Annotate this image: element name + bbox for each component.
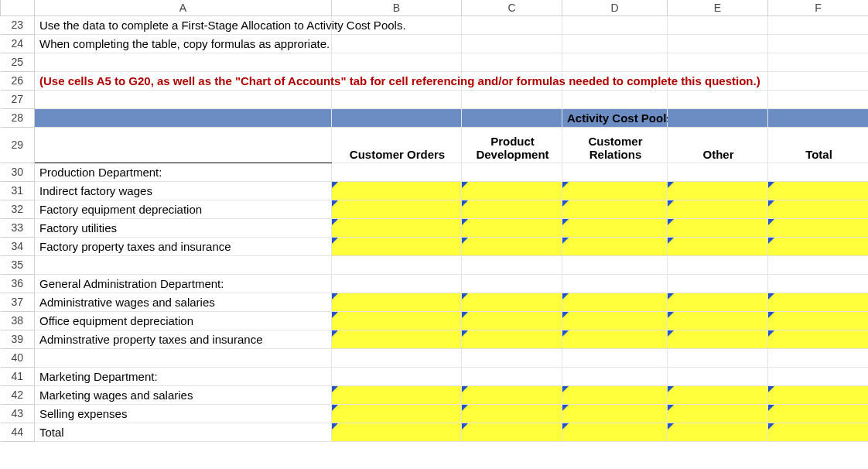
cell-C23[interactable] (462, 15, 562, 34)
cell-F35[interactable] (768, 255, 869, 274)
cell-F33[interactable] (768, 218, 869, 237)
cell-B40[interactable] (332, 348, 462, 367)
row-header-35[interactable]: 35 (1, 255, 35, 274)
cell-D31[interactable] (562, 181, 668, 200)
cell-B41[interactable] (332, 367, 462, 385)
cell-B38[interactable] (332, 311, 462, 330)
cell-C36[interactable] (462, 274, 562, 293)
cell-D36[interactable] (562, 274, 668, 293)
cell-F24[interactable] (768, 34, 869, 53)
cell-A35[interactable] (35, 255, 332, 274)
cell-B25[interactable] (332, 53, 462, 71)
row-header-30[interactable]: 30 (1, 163, 35, 181)
cell-C24[interactable] (462, 34, 562, 53)
cell-F37[interactable] (768, 293, 869, 311)
cell-C38[interactable] (462, 311, 562, 330)
row-header-31[interactable]: 31 (1, 181, 35, 200)
cell-E29[interactable]: Other (668, 127, 768, 163)
cell-D39[interactable] (562, 330, 668, 348)
cell-C29[interactable]: Product Development (462, 127, 562, 163)
cell-F36[interactable] (768, 274, 869, 293)
cell-C26[interactable] (462, 71, 562, 90)
row-header-34[interactable]: 34 (1, 237, 35, 255)
cell-C41[interactable] (462, 367, 562, 385)
cell-A26[interactable]: (Use cells A5 to G20, as well as the "Ch… (35, 71, 332, 90)
col-header-A[interactable]: A (35, 0, 332, 15)
cell-F23[interactable] (768, 15, 869, 34)
cell-F40[interactable] (768, 348, 869, 367)
cell-D33[interactable] (562, 218, 668, 237)
cell-B24[interactable] (332, 34, 462, 53)
cell-B34[interactable] (332, 237, 462, 255)
cell-D25[interactable] (562, 53, 668, 71)
cell-F34[interactable] (768, 237, 869, 255)
cell-B36[interactable] (332, 274, 462, 293)
cell-F27[interactable] (768, 90, 869, 108)
cell-B32[interactable] (332, 200, 462, 218)
cell-C31[interactable] (462, 181, 562, 200)
cell-D26[interactable] (562, 71, 668, 90)
cell-A32[interactable]: Factory equipment depreciation (35, 200, 332, 218)
cell-F44[interactable] (768, 423, 869, 441)
cell-D32[interactable] (562, 200, 668, 218)
cell-B27[interactable] (332, 90, 462, 108)
row-header-32[interactable]: 32 (1, 200, 35, 218)
select-all-corner[interactable] (1, 0, 35, 15)
cell-E43[interactable] (668, 404, 768, 423)
row-header-33[interactable]: 33 (1, 218, 35, 237)
cell-D27[interactable] (562, 90, 668, 108)
col-header-B[interactable]: B (332, 0, 462, 15)
cell-A41[interactable]: Marketing Department: (35, 367, 332, 385)
cell-E42[interactable] (668, 385, 768, 404)
cell-C44[interactable] (462, 423, 562, 441)
cell-B37[interactable] (332, 293, 462, 311)
cell-B31[interactable] (332, 181, 462, 200)
row-header-41[interactable]: 41 (1, 367, 35, 385)
col-header-F[interactable]: F (768, 0, 869, 15)
cell-B30[interactable] (332, 163, 462, 181)
cell-A36[interactable]: General Administration Department: (35, 274, 332, 293)
cell-D34[interactable] (562, 237, 668, 255)
row-header-27[interactable]: 27 (1, 90, 35, 108)
cell-B42[interactable] (332, 385, 462, 404)
cell-E32[interactable] (668, 200, 768, 218)
cell-D37[interactable] (562, 293, 668, 311)
cell-E41[interactable] (668, 367, 768, 385)
cell-D40[interactable] (562, 348, 668, 367)
cell-C33[interactable] (462, 218, 562, 237)
cell-F26[interactable] (768, 71, 869, 90)
row-header-29[interactable]: 29 (1, 127, 35, 163)
cell-A29[interactable] (35, 127, 332, 163)
cell-D38[interactable] (562, 311, 668, 330)
row-header-36[interactable]: 36 (1, 274, 35, 293)
cell-D44[interactable] (562, 423, 668, 441)
cell-C43[interactable] (462, 404, 562, 423)
spreadsheet-grid[interactable]: A B C D E F G 23 Use the data to complet… (0, 0, 868, 442)
cell-A34[interactable]: Factory property taxes and insurance (35, 237, 332, 255)
cell-E23[interactable] (668, 15, 768, 34)
cell-C35[interactable] (462, 255, 562, 274)
cell-D23[interactable] (562, 15, 668, 34)
cell-A39[interactable]: Adminstrative property taxes and insuran… (35, 330, 332, 348)
cell-A37[interactable]: Administrative wages and salaries (35, 293, 332, 311)
cell-C28[interactable] (462, 108, 562, 127)
cell-B33[interactable] (332, 218, 462, 237)
row-header-37[interactable]: 37 (1, 293, 35, 311)
cell-C25[interactable] (462, 53, 562, 71)
cell-A44[interactable]: Total (35, 423, 332, 441)
cell-F39[interactable] (768, 330, 869, 348)
cell-B23[interactable] (332, 15, 462, 34)
cell-B29[interactable]: Customer Orders (332, 127, 462, 163)
cell-A25[interactable] (35, 53, 332, 71)
cell-E40[interactable] (668, 348, 768, 367)
spreadsheet-viewport[interactable]: A B C D E F G 23 Use the data to complet… (0, 0, 868, 469)
col-header-E[interactable]: E (668, 0, 768, 15)
cell-C32[interactable] (462, 200, 562, 218)
cell-A23[interactable]: Use the data to complete a First-Stage A… (35, 15, 332, 34)
cell-B39[interactable] (332, 330, 462, 348)
cell-A24[interactable]: When completing the table, copy formulas… (35, 34, 332, 53)
cell-A28[interactable] (35, 108, 332, 127)
cell-F29[interactable]: Total (768, 127, 869, 163)
cell-E36[interactable] (668, 274, 768, 293)
row-header-26[interactable]: 26 (1, 71, 35, 90)
